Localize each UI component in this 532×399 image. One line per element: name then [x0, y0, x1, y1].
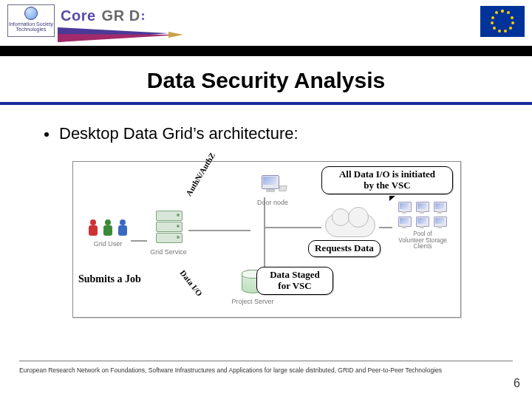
connector — [264, 227, 321, 228]
callout-text: Requests Data — [315, 242, 374, 253]
brand-wedge-icon — [58, 25, 183, 44]
door-node: Door node — [250, 175, 295, 206]
grid-service-node: Grid Service — [144, 211, 193, 256]
person-icon — [117, 219, 128, 236]
server-stack-icon — [156, 211, 181, 244]
brand-grid: GR D — [102, 7, 140, 24]
footer-divider — [19, 361, 513, 361]
cloud-icon — [325, 214, 375, 237]
globe-icon — [24, 7, 38, 20]
information-society-logo: Information Society Technologies — [7, 4, 55, 37]
connector — [188, 230, 250, 231]
slide-root: Information Society Technologies CoreGR … — [0, 0, 532, 399]
eu-flag-icon — [480, 6, 525, 37]
title-underline — [0, 102, 532, 105]
edge-label-dataio: Data I/O — [179, 268, 205, 298]
grid-user-label: Grid User — [81, 240, 135, 248]
callout-requests-data: Requests Data — [308, 240, 381, 257]
door-node-label: Door node — [250, 199, 295, 206]
header-black-bar — [0, 46, 532, 56]
person-icon — [103, 219, 113, 236]
bullet-dot-icon — [44, 132, 49, 137]
isoc-line2: Technologies — [16, 27, 47, 32]
svg-marker-2 — [168, 32, 183, 38]
desktop-icon — [262, 175, 284, 194]
person-icon — [88, 219, 98, 236]
project-server-label: Project Server — [219, 298, 286, 305]
callout-text: Data Staged for VSC — [270, 269, 320, 291]
brand-core: Core — [61, 7, 96, 24]
grid-service-label: Grid Service — [144, 248, 193, 256]
edge-label-auth: AuthN/AuthZ — [184, 151, 216, 197]
label-submits-job: Submits a Job — [78, 273, 141, 285]
bullet-text: Desktop Data Grid’s architecture: — [59, 124, 299, 143]
callout-all-data-io: All Data I/O is initiated by the VSC — [321, 166, 453, 194]
isoc-line1: Information Society — [9, 21, 53, 27]
connector — [264, 197, 265, 271]
svg-marker-1 — [58, 34, 182, 42]
callout-pointer-icon — [389, 196, 395, 201]
page-number: 6 — [514, 377, 520, 390]
coregrid-logo: CoreGR D — [61, 7, 146, 24]
pool-vsc-node: Pool of Volunteer Storage Clients — [389, 202, 456, 250]
bullet-architecture: Desktop Data Grid’s architecture: — [44, 124, 299, 143]
pool-vsc-label: Pool of Volunteer Storage Clients — [389, 231, 456, 250]
architecture-diagram: Grid User Grid Service Door node Project… — [72, 161, 461, 318]
pc-pool-icon — [394, 202, 451, 230]
header-bar: Information Society Technologies CoreGR … — [0, 0, 532, 52]
callout-text: All Data I/O is initiated by the VSC — [339, 168, 435, 191]
callout-data-staged: Data Staged for VSC — [256, 267, 333, 295]
grid-user-node: Grid User — [81, 219, 135, 248]
footer-text: European Research Network on Foundations… — [19, 366, 492, 374]
slide-title: Data Security Analysis — [0, 68, 532, 93]
